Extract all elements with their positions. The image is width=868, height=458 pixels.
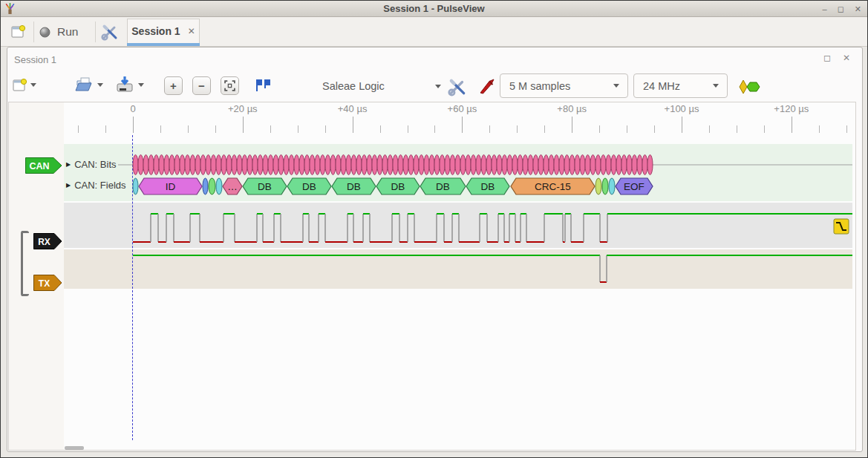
can-bit-annotation[interactable] [434,155,440,175]
settings-button[interactable] [99,22,120,42]
can-bit-annotation[interactable] [299,155,304,175]
can-bit-annotation[interactable] [570,155,575,175]
can-bit-annotation[interactable] [294,155,299,175]
can-bit-annotation[interactable] [518,155,523,175]
can-bit-annotation[interactable] [320,155,325,175]
subwindow-maximize-button[interactable]: ◻ [823,53,831,63]
can-bit-annotation[interactable] [221,155,226,175]
can-bit-annotation[interactable] [414,155,419,175]
can-bit-annotation[interactable] [642,155,647,175]
can-bit-annotation[interactable] [304,155,310,175]
can-bit-annotation[interactable] [549,155,554,175]
can-bit-annotation[interactable] [632,155,637,175]
can-bit-annotation[interactable] [585,155,590,175]
maximize-button[interactable]: ◻ [838,4,844,14]
can-bit-annotation[interactable] [278,155,284,175]
can-bit-annotation[interactable] [268,155,273,175]
can-field-crc-delim[interactable] [595,178,601,194]
can-bit-annotation[interactable] [372,155,377,175]
can-bit-annotation[interactable] [512,155,518,175]
can-bit-annotation[interactable] [460,155,466,175]
can-bit-annotation[interactable] [330,155,336,175]
can-bit-annotation[interactable] [325,155,330,175]
can-bit-annotation[interactable] [195,155,200,175]
can-bit-annotation[interactable] [356,155,362,175]
can-bit-annotation[interactable] [440,155,445,175]
device-selector[interactable]: Saleae Logic [322,76,441,96]
sample-count-combo[interactable]: 5 M samples [500,73,628,98]
can-bit-annotation[interactable] [284,155,289,175]
can-bit-annotation[interactable] [481,155,486,175]
can-bit-annotation[interactable] [138,155,143,175]
can-bit-annotation[interactable] [206,155,211,175]
minimize-button[interactable]: – [823,4,827,13]
can-bit-annotation[interactable] [143,155,149,175]
run-button[interactable]: Run [39,20,78,44]
can-bit-annotation[interactable] [528,155,533,175]
can-bit-annotation[interactable] [611,155,616,175]
can-bit-annotation[interactable] [164,155,169,175]
can-bit-annotation[interactable] [544,155,549,175]
zoom-in-button[interactable]: + [164,76,183,95]
can-decoder-tag[interactable]: CAN [25,157,62,174]
can-bit-annotation[interactable] [180,155,185,175]
time-ruler[interactable]: 0+20 µs+40 µs+60 µs+80 µs+100 µs+120 µs [1,103,868,134]
can-bit-annotation[interactable] [336,155,341,175]
can-bit-annotation[interactable] [226,155,232,175]
can-bit-annotation[interactable] [471,155,476,175]
can-bit-annotation[interactable] [450,155,455,175]
can-bit-annotation[interactable] [507,155,512,175]
can-bit-annotation[interactable] [174,155,180,175]
can-bit-annotation[interactable] [310,155,315,175]
can-bit-annotation[interactable] [237,155,242,175]
can-bit-annotation[interactable] [169,155,174,175]
can-bit-annotation[interactable] [252,155,258,175]
title-bar[interactable]: Session 1 - PulseView – ◻ ✕ [1,1,867,17]
channels-button[interactable] [476,76,498,98]
can-bit-annotation[interactable] [211,155,216,175]
can-bit-annotation[interactable] [575,155,580,175]
can-bit-annotation[interactable] [595,155,601,175]
can-bit-annotation[interactable] [424,155,429,175]
open-file-button[interactable] [74,74,94,95]
new-file-dropdown[interactable] [30,83,36,87]
can-field-sof[interactable] [133,178,138,194]
can-bit-annotation[interactable] [273,155,278,175]
can-bit-annotation[interactable] [377,155,382,175]
new-file-button[interactable] [10,75,29,96]
can-field-ack[interactable] [602,178,608,194]
can-bit-annotation[interactable] [466,155,471,175]
can-bit-annotation[interactable] [403,155,408,175]
can-bit-annotation[interactable] [185,155,190,175]
can-bit-annotation[interactable] [351,155,356,175]
configure-device-button[interactable] [446,76,469,98]
can-bit-annotation[interactable] [382,155,388,175]
can-bit-annotation[interactable] [559,155,564,175]
can-bit-annotation[interactable] [159,155,164,175]
can-bit-annotation[interactable] [190,155,195,175]
can-bit-annotation[interactable] [486,155,492,175]
tab-close-icon[interactable]: ✕ [188,26,195,36]
can-bit-annotation[interactable] [538,155,544,175]
can-bit-annotation[interactable] [590,155,595,175]
can-bit-annotation[interactable] [258,155,263,175]
can-field-flag-bit-1[interactable] [203,178,208,194]
can-bit-annotation[interactable] [242,155,247,175]
can-bit-annotation[interactable] [289,155,294,175]
sample-rate-combo[interactable]: 24 MHz [633,73,728,98]
can-bit-annotation[interactable] [580,155,585,175]
can-bit-annotation[interactable] [533,155,538,175]
can-bit-annotation[interactable] [564,155,570,175]
can-bit-annotation[interactable] [497,155,502,175]
can-bit-annotation[interactable] [133,155,138,175]
zoom-fit-button[interactable] [221,76,239,95]
can-bit-annotation[interactable] [429,155,434,175]
can-bit-annotation[interactable] [523,155,528,175]
can-bit-annotation[interactable] [232,155,237,175]
tx-channel-tag[interactable]: TX [33,275,62,291]
can-bit-annotation[interactable] [200,155,206,175]
close-button[interactable]: ✕ [855,4,861,14]
can-bit-annotation[interactable] [554,155,559,175]
save-file-dropdown[interactable] [138,83,144,87]
can-bit-annotation[interactable] [149,155,154,175]
